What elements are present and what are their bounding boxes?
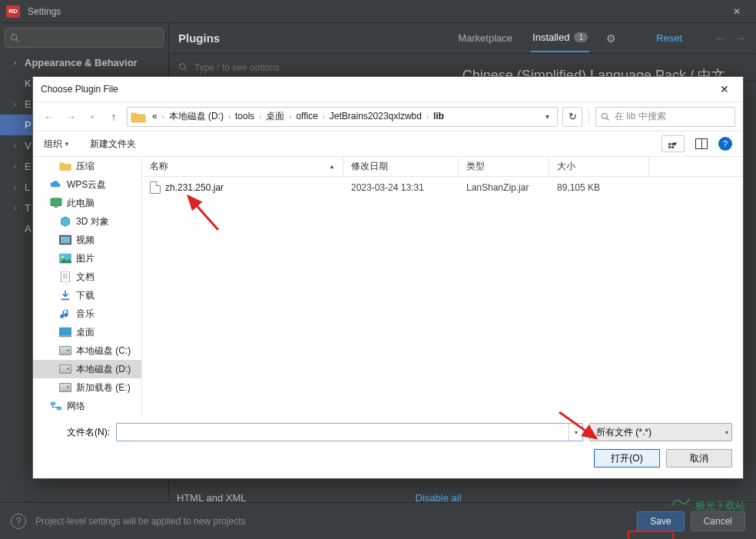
search-icon — [178, 62, 188, 72]
svg-line-5 — [607, 118, 609, 120]
svg-rect-9 — [61, 237, 70, 244]
folder-tree[interactable]: 压缩WPS云盘此电脑3D 对象视频图片文档下载音乐桌面本地磁盘 (C:)本地磁盘… — [33, 157, 142, 415]
help-icon[interactable]: ? — [11, 514, 26, 529]
search-icon — [10, 33, 20, 43]
disable-all-link[interactable]: Disable all — [416, 492, 462, 504]
tree-item[interactable]: 网络 — [33, 397, 141, 415]
svg-rect-18 — [51, 402, 55, 405]
tree-item[interactable]: 下载 — [33, 286, 141, 304]
chevron-down-icon: ▼ — [64, 141, 70, 148]
search-placeholder: 在 lib 中搜索 — [615, 110, 666, 123]
tree-item[interactable]: 3D 对象 — [33, 212, 141, 231]
tree-item[interactable]: 桌面 — [33, 323, 141, 341]
save-button[interactable]: Save — [637, 511, 684, 531]
breadcrumb-dropdown[interactable]: ▾ — [541, 112, 554, 121]
category-label: HTML and XML — [177, 492, 247, 504]
tree-item[interactable]: 视频 — [33, 231, 141, 249]
cancel-button[interactable]: Cancel — [691, 511, 745, 531]
nav-forward-icon[interactable]: → — [734, 32, 747, 45]
organize-menu[interactable]: 组织 ▼ — [44, 138, 70, 151]
svg-rect-6 — [51, 198, 61, 206]
tab-installed-label: Installed — [532, 32, 569, 43]
filename-label: 文件名(N): — [44, 426, 110, 439]
settings-titlebar: RD Settings ✕ — [0, 0, 756, 23]
installed-count-badge: 1 — [574, 32, 588, 42]
column-size[interactable]: 大小 — [549, 157, 649, 176]
chevron-down-icon: ▾ — [725, 429, 728, 436]
breadcrumb-seg[interactable]: « — [148, 109, 162, 123]
nav-recent-dropdown[interactable]: ▾ — [84, 108, 101, 125]
breadcrumb-seg[interactable]: 桌面 — [261, 109, 289, 123]
svg-rect-12 — [61, 271, 70, 282]
tree-item[interactable]: 压缩 — [33, 157, 141, 175]
tree-item[interactable]: 文档 — [33, 268, 141, 286]
tree-item[interactable]: 音乐 — [33, 304, 141, 323]
new-folder-button[interactable]: 新建文件夹 — [90, 138, 136, 151]
svg-line-3 — [184, 68, 187, 71]
file-chooser-dialog: Choose Plugin File ✕ ← → ▾ ↑ «›本地磁盘 (D:)… — [32, 76, 744, 479]
nav-forward-button[interactable]: → — [62, 108, 79, 125]
window-title: Settings — [28, 6, 61, 17]
dialog-cancel-button[interactable]: 取消 — [666, 449, 732, 467]
organize-label: 组织 — [44, 138, 62, 151]
refresh-button[interactable]: ↻ — [562, 107, 582, 127]
tree-item[interactable]: WPS云盘 — [33, 175, 141, 194]
open-button[interactable]: 打开(O) — [594, 449, 660, 467]
nav-back-icon[interactable]: ← — [715, 32, 727, 45]
settings-header: Plugins Marketplace Installed 1 ⚙ Reset … — [169, 23, 756, 54]
file-filter-label: 所有文件 (*.*) — [596, 426, 652, 439]
page-title: Plugins — [178, 32, 220, 45]
tree-item[interactable]: 新加载卷 (E:) — [33, 378, 141, 397]
view-mode-button[interactable]: ▼ — [662, 135, 685, 152]
tree-item[interactable]: 图片 — [33, 249, 141, 268]
file-list-header[interactable]: 名称▲ 修改日期 类型 大小 — [142, 157, 743, 177]
column-name[interactable]: 名称▲ — [142, 157, 343, 176]
breadcrumb-seg[interactable]: 本地磁盘 (D:) — [164, 109, 228, 123]
app-icon: RD — [6, 5, 20, 18]
svg-point-11 — [61, 255, 65, 258]
nav-up-button[interactable]: ↑ — [105, 108, 122, 125]
gear-icon[interactable]: ⚙ — [606, 32, 616, 45]
file-row[interactable]: zh.231.250.jar2023-03-24 13:31LanShanZip… — [142, 177, 743, 198]
svg-line-1 — [16, 39, 18, 42]
tree-item[interactable]: 本地磁盘 (D:) — [33, 360, 141, 378]
breadcrumb-seg[interactable]: lib — [429, 109, 449, 123]
svg-rect-16 — [59, 328, 71, 336]
dialog-help-button[interactable]: ? — [718, 137, 732, 151]
svg-point-2 — [180, 64, 185, 69]
svg-point-4 — [602, 113, 608, 118]
svg-rect-17 — [59, 335, 71, 337]
dialog-close-button[interactable]: ✕ — [714, 82, 735, 97]
tree-item[interactable]: 此电脑 — [33, 194, 141, 212]
sidebar-search-input[interactable] — [5, 28, 164, 48]
file-filter-dropdown[interactable]: 所有文件 (*.*) ▾ — [589, 423, 732, 441]
breadcrumb-seg[interactable]: tools — [230, 109, 259, 123]
tab-installed[interactable]: Installed 1 — [531, 24, 589, 52]
plugin-search-placeholder: Type / to see options — [194, 62, 280, 73]
folder-icon — [131, 110, 146, 124]
svg-rect-7 — [54, 206, 58, 208]
footer-message: Project-level settings will be applied t… — [35, 516, 245, 527]
nav-back-button[interactable]: ← — [41, 108, 58, 125]
preview-pane-toggle[interactable] — [695, 138, 708, 149]
breadcrumb[interactable]: «›本地磁盘 (D:)›tools›桌面›office›JetBrains202… — [127, 107, 558, 127]
filename-input[interactable]: ▾ — [116, 423, 583, 441]
dialog-search-input[interactable]: 在 lib 中搜索 — [595, 107, 735, 127]
column-date[interactable]: 修改日期 — [343, 157, 459, 176]
breadcrumb-seg[interactable]: JetBrains2023qxlzwbd — [325, 109, 426, 123]
reset-link[interactable]: Reset — [656, 32, 682, 44]
filename-dropdown[interactable]: ▾ — [569, 424, 582, 441]
search-icon — [601, 112, 610, 121]
tree-item[interactable]: 本地磁盘 (C:) — [33, 341, 141, 360]
svg-point-0 — [12, 34, 17, 39]
sidebar-item-0[interactable]: ›Appearance & Behavior — [0, 52, 168, 73]
settings-footer: ? Project-level settings will be applied… — [0, 502, 756, 539]
sort-indicator-icon: ▲ — [329, 163, 335, 170]
breadcrumb-seg[interactable]: office — [291, 109, 322, 123]
column-type[interactable]: 类型 — [459, 157, 549, 176]
tab-marketplace[interactable]: Marketplace — [456, 25, 514, 52]
dialog-title: Choose Plugin File — [41, 84, 118, 95]
window-close-button[interactable]: ✕ — [724, 3, 750, 20]
